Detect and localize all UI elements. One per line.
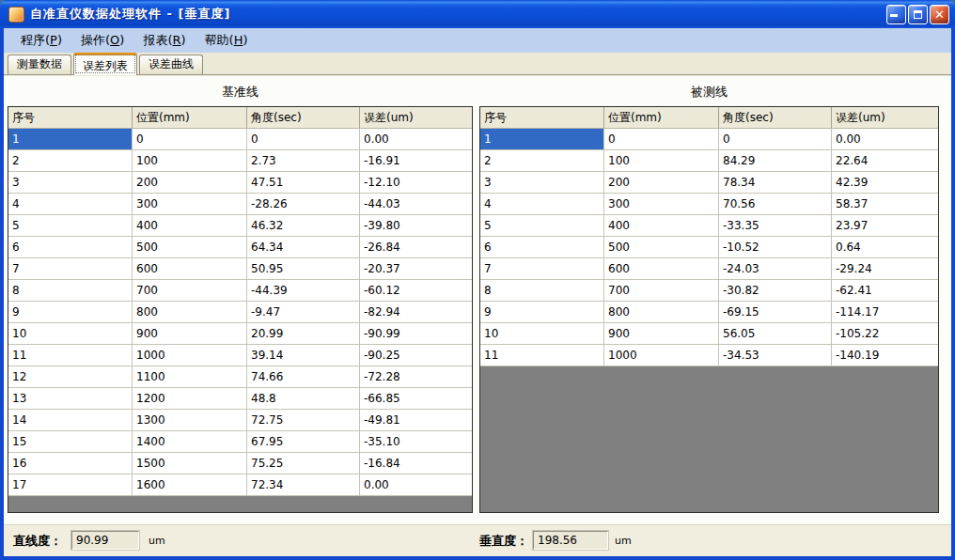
table-cell[interactable]: 72.34 bbox=[247, 474, 360, 495]
table-cell[interactable]: -82.94 bbox=[360, 302, 472, 322]
table-cell[interactable]: 10 bbox=[8, 323, 133, 344]
table-cell[interactable]: 14 bbox=[8, 410, 133, 430]
table-cell[interactable]: -140.19 bbox=[832, 345, 938, 366]
table-row[interactable]: 11100039.14-90.25 bbox=[8, 345, 472, 366]
table-cell[interactable]: -16.91 bbox=[360, 150, 472, 171]
table-cell[interactable]: 11 bbox=[480, 345, 604, 366]
table-cell[interactable]: 0.00 bbox=[360, 474, 472, 495]
table-cell[interactable]: 11 bbox=[8, 345, 133, 366]
table-cell[interactable]: -12.10 bbox=[360, 172, 472, 193]
table-cell[interactable]: 300 bbox=[133, 194, 247, 214]
table-cell[interactable]: 5 bbox=[480, 215, 604, 236]
table-cell[interactable]: 16 bbox=[8, 453, 133, 474]
menu-item-report[interactable]: 报表(R) bbox=[133, 29, 195, 52]
table-row[interactable]: 111000-34.53-140.19 bbox=[480, 345, 938, 366]
table-cell[interactable]: 50.95 bbox=[247, 258, 360, 279]
table-cell[interactable]: 4 bbox=[8, 194, 133, 214]
table-cell[interactable]: -60.12 bbox=[360, 280, 472, 301]
table-cell[interactable]: 74.66 bbox=[247, 366, 360, 387]
menu-item-operation[interactable]: 操作(O) bbox=[71, 29, 133, 52]
table-cell[interactable]: -44.03 bbox=[360, 194, 472, 214]
table-cell[interactable]: 1600 bbox=[133, 474, 247, 495]
table-row[interactable]: 210084.2922.64 bbox=[480, 150, 938, 172]
table-cell[interactable]: -24.03 bbox=[719, 258, 832, 279]
menu-item-help[interactable]: 帮助(H) bbox=[196, 29, 258, 52]
table-cell[interactable]: 100 bbox=[133, 150, 247, 171]
table-cell[interactable]: -9.47 bbox=[247, 302, 360, 322]
table-cell[interactable]: 3 bbox=[480, 172, 604, 193]
table-cell[interactable]: 1000 bbox=[133, 345, 247, 366]
table-cell[interactable]: -35.10 bbox=[360, 431, 472, 452]
table-cell[interactable]: -33.35 bbox=[719, 215, 832, 236]
table-cell[interactable]: 0 bbox=[604, 129, 719, 149]
table-row[interactable]: 1090056.05-105.22 bbox=[480, 323, 938, 345]
table-row[interactable]: 8700-44.39-60.12 bbox=[8, 280, 472, 302]
table-row[interactable]: 1000.00 bbox=[8, 129, 472, 150]
table-cell[interactable]: -69.15 bbox=[719, 302, 832, 322]
table-cell[interactable]: 900 bbox=[133, 323, 247, 344]
table-cell[interactable]: -105.22 bbox=[832, 323, 938, 344]
table-cell[interactable]: 84.29 bbox=[719, 150, 832, 171]
table-cell[interactable]: -30.82 bbox=[719, 280, 832, 301]
table-cell[interactable]: 900 bbox=[604, 323, 719, 344]
table-row[interactable]: 17160072.340.00 bbox=[8, 474, 472, 496]
table-cell[interactable]: 1300 bbox=[133, 410, 247, 430]
tab-error-curve[interactable]: 误差曲线 bbox=[139, 54, 203, 74]
table-cell[interactable]: 1000 bbox=[604, 345, 719, 366]
table-cell[interactable]: 1500 bbox=[133, 453, 247, 474]
table-row[interactable]: 5400-33.3523.97 bbox=[480, 215, 938, 237]
table-cell[interactable]: 2 bbox=[8, 150, 133, 171]
table-row[interactable]: 13120048.8-66.85 bbox=[8, 388, 472, 410]
table-cell[interactable]: -44.39 bbox=[247, 280, 360, 301]
table-cell[interactable]: 3 bbox=[8, 172, 133, 193]
table-row[interactable]: 320047.51-12.10 bbox=[8, 172, 472, 194]
table-cell[interactable]: -20.37 bbox=[360, 258, 472, 279]
table-cell[interactable]: 1 bbox=[8, 129, 133, 149]
table-cell[interactable]: 200 bbox=[133, 172, 247, 193]
table-cell[interactable]: 0.00 bbox=[832, 129, 938, 149]
table-cell[interactable]: 9 bbox=[8, 302, 133, 322]
table-cell[interactable]: 1100 bbox=[133, 366, 247, 387]
table-row[interactable]: 320078.3442.39 bbox=[480, 172, 938, 194]
table-cell[interactable]: 1400 bbox=[133, 431, 247, 452]
table-cell[interactable]: 72.75 bbox=[247, 410, 360, 430]
menu-item-program[interactable]: 程序(P) bbox=[11, 29, 71, 52]
table-cell[interactable]: 7 bbox=[8, 258, 133, 279]
table-cell[interactable]: 0.00 bbox=[360, 129, 472, 149]
table-cell[interactable]: -29.24 bbox=[832, 258, 938, 279]
table-row[interactable]: 9800-9.47-82.94 bbox=[8, 302, 472, 323]
table-cell[interactable]: 700 bbox=[604, 280, 719, 301]
table-cell[interactable]: 13 bbox=[8, 388, 133, 409]
table-cell[interactable]: 800 bbox=[604, 302, 719, 322]
table-cell[interactable]: 7 bbox=[480, 258, 604, 279]
table-cell[interactable]: 700 bbox=[133, 280, 247, 301]
table-row[interactable]: 14130072.75-49.81 bbox=[8, 410, 472, 431]
table-cell[interactable]: 20.99 bbox=[247, 323, 360, 344]
table-row[interactable]: 15140067.95-35.10 bbox=[8, 431, 472, 453]
minimize-icon[interactable] bbox=[886, 5, 906, 24]
table-cell[interactable]: 47.51 bbox=[247, 172, 360, 193]
table-cell[interactable]: 12 bbox=[8, 366, 133, 387]
table-cell[interactable]: 1200 bbox=[133, 388, 247, 409]
table-cell[interactable]: 9 bbox=[480, 302, 604, 322]
table-cell[interactable]: -34.53 bbox=[719, 345, 832, 366]
table-row[interactable]: 21002.73-16.91 bbox=[8, 150, 472, 172]
perpendicularity-field[interactable]: 198.56 bbox=[533, 531, 608, 550]
table-cell[interactable]: 56.05 bbox=[719, 323, 832, 344]
tab-measure-data[interactable]: 测量数据 bbox=[8, 54, 71, 74]
table-cell[interactable]: 2.73 bbox=[247, 150, 360, 171]
table-cell[interactable]: 8 bbox=[480, 280, 604, 301]
table-row[interactable]: 1090020.99-90.99 bbox=[8, 323, 472, 345]
table-cell[interactable]: -62.41 bbox=[832, 280, 938, 301]
table-cell[interactable]: 0 bbox=[133, 129, 247, 149]
table-cell[interactable]: -114.17 bbox=[832, 302, 938, 322]
title-bar[interactable]: 自准直仪数据处理软件 - [垂直度] ✕ bbox=[0, 0, 955, 28]
table-cell[interactable]: 0 bbox=[719, 129, 832, 149]
table-row[interactable]: 430070.5658.37 bbox=[480, 194, 938, 215]
table-cell[interactable]: -26.84 bbox=[360, 237, 472, 257]
table-row[interactable]: 9800-69.15-114.17 bbox=[480, 302, 938, 323]
table-row[interactable]: 4300-28.26-44.03 bbox=[8, 194, 472, 215]
table-cell[interactable]: 39.14 bbox=[247, 345, 360, 366]
table-cell[interactable]: 600 bbox=[604, 258, 719, 279]
table-cell[interactable]: 0.64 bbox=[832, 237, 938, 257]
